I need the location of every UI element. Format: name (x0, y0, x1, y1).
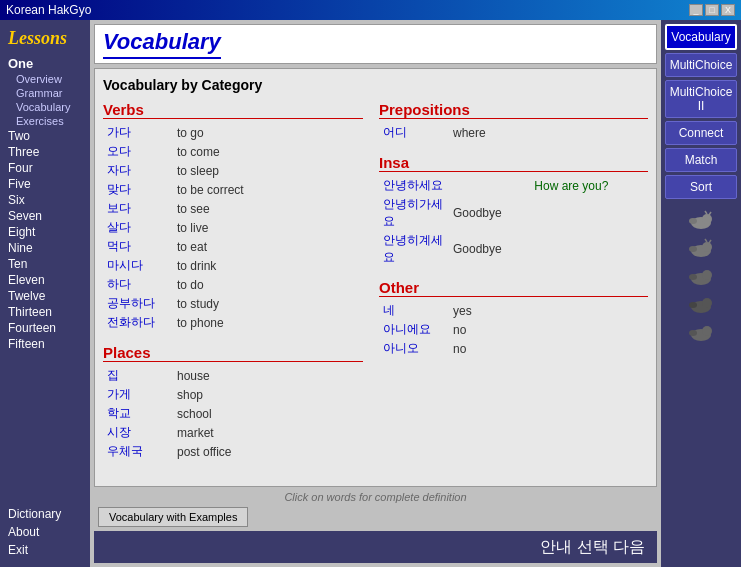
korean-word[interactable]: 안녕히계세요 (379, 231, 449, 267)
page-title-bar: Vocabulary (94, 24, 657, 64)
korean-word[interactable]: 학교 (103, 404, 173, 423)
sidebar-item-twelve[interactable]: Twelve (0, 288, 90, 304)
vocab-examples-button[interactable]: Vocabulary with Examples (98, 507, 248, 527)
sidebar-item-seven[interactable]: Seven (0, 208, 90, 224)
sidebar-sub-grammar[interactable]: Grammar (0, 86, 90, 100)
table-row[interactable]: 가게 shop (103, 385, 363, 404)
korean-word[interactable]: 가다 (103, 123, 173, 142)
english-word: no (449, 339, 648, 358)
table-row[interactable]: 먹다 to eat (103, 237, 363, 256)
table-row[interactable]: 마시다 to drink (103, 256, 363, 275)
korean-word[interactable]: 안녕히가세요 (379, 195, 449, 231)
sidebar-sub-overview[interactable]: Overview (0, 72, 90, 86)
animal-icon-5 (687, 322, 715, 344)
english-word: to study (173, 294, 363, 313)
sidebar-item-five[interactable]: Five (0, 176, 90, 192)
table-row[interactable]: 네 yes (379, 301, 648, 320)
sidebar-item-eleven[interactable]: Eleven (0, 272, 90, 288)
table-row[interactable]: 살다 to live (103, 218, 363, 237)
sidebar-item-two[interactable]: Two (0, 128, 90, 144)
table-row[interactable]: 가다 to go (103, 123, 363, 142)
sidebar-sub-exercises[interactable]: Exercises (0, 114, 90, 128)
insa-section: Insa 안녕하세요 How are you? 안녕히가세요 (379, 154, 648, 267)
maximize-button[interactable]: □ (705, 4, 719, 16)
table-row[interactable]: 우체국 post office (103, 442, 363, 461)
korean-word[interactable]: 아니에요 (379, 320, 449, 339)
table-row[interactable]: 집 house (103, 366, 363, 385)
table-row[interactable]: 시장 market (103, 423, 363, 442)
table-row[interactable]: 공부하다 to study (103, 294, 363, 313)
insa-table: 안녕하세요 How are you? 안녕히가세요 Goodbye (379, 176, 648, 267)
english-word: to sleep (173, 161, 363, 180)
korean-word[interactable]: 보다 (103, 199, 173, 218)
nav-match-button[interactable]: Match (665, 148, 737, 172)
table-row[interactable]: 어디 where (379, 123, 648, 142)
sidebar-item-eight[interactable]: Eight (0, 224, 90, 240)
animal-decorations (665, 210, 737, 344)
content-area: Vocabulary Vocabulary by Category Verbs (90, 20, 741, 567)
nav-multichoice2-button[interactable]: MultiChoice II (665, 80, 737, 118)
verbs-table: 가다 to go 오다 to come 자다 t (103, 123, 363, 332)
korean-word[interactable]: 집 (103, 366, 173, 385)
dictionary-link[interactable]: Dictionary (8, 505, 82, 523)
nav-sort-button[interactable]: Sort (665, 175, 737, 199)
english-word: to do (173, 275, 363, 294)
korean-word[interactable]: 먹다 (103, 237, 173, 256)
sidebar-item-fourteen[interactable]: Fourteen (0, 320, 90, 336)
app-title: Korean HakGyo (6, 3, 91, 17)
korean-word[interactable]: 어디 (379, 123, 449, 142)
nav-connect-button[interactable]: Connect (665, 121, 737, 145)
nav-vocabulary-button[interactable]: Vocabulary (665, 24, 737, 50)
korean-word[interactable]: 우체국 (103, 442, 173, 461)
korean-word[interactable]: 안녕하세요 (379, 176, 449, 195)
exit-link[interactable]: Exit (8, 541, 82, 559)
korean-word[interactable]: 시장 (103, 423, 173, 442)
close-button[interactable]: X (721, 4, 735, 16)
content-bottom: Click on words for complete definition V… (94, 487, 657, 531)
sidebar-item-ten[interactable]: Ten (0, 256, 90, 272)
korean-word[interactable]: 아니오 (379, 339, 449, 358)
sidebar-item-four[interactable]: Four (0, 160, 90, 176)
table-row[interactable]: 맞다 to be correct (103, 180, 363, 199)
english-word: house (173, 366, 363, 385)
english-word: market (173, 423, 363, 442)
sidebar-item-fifteen[interactable]: Fifteen (0, 336, 90, 352)
sidebar-item-one[interactable]: One (0, 55, 90, 72)
korean-word[interactable]: 공부하다 (103, 294, 173, 313)
about-link[interactable]: About (8, 523, 82, 541)
korean-word[interactable]: 마시다 (103, 256, 173, 275)
korean-word[interactable]: 하다 (103, 275, 173, 294)
korean-word[interactable]: 살다 (103, 218, 173, 237)
korean-word[interactable]: 맞다 (103, 180, 173, 199)
nav-multichoice-button[interactable]: MultiChoice (665, 53, 737, 77)
english-word: to eat (173, 237, 363, 256)
table-row[interactable]: 오다 to come (103, 142, 363, 161)
table-row[interactable]: 안녕히계세요 Goodbye (379, 231, 648, 267)
korean-word[interactable]: 자다 (103, 161, 173, 180)
main-layout: Lessons One Overview Grammar Vocabulary … (0, 20, 741, 567)
korean-word[interactable]: 가게 (103, 385, 173, 404)
sidebar-sub-vocabulary[interactable]: Vocabulary (0, 100, 90, 114)
english-word (449, 176, 530, 195)
table-row[interactable]: 학교 school (103, 404, 363, 423)
table-row[interactable]: 하다 to do (103, 275, 363, 294)
sidebar-item-six[interactable]: Six (0, 192, 90, 208)
table-row[interactable]: 자다 to sleep (103, 161, 363, 180)
korean-word[interactable]: 오다 (103, 142, 173, 161)
table-row[interactable]: 안녕하세요 How are you? (379, 176, 648, 195)
table-row[interactable]: 전화하다 to phone (103, 313, 363, 332)
table-row[interactable]: 보다 to see (103, 199, 363, 218)
title-bar-controls[interactable]: _ □ X (689, 4, 735, 16)
sidebar-item-nine[interactable]: Nine (0, 240, 90, 256)
korean-word[interactable]: 네 (379, 301, 449, 320)
english-word: yes (449, 301, 648, 320)
table-row[interactable]: 안녕히가세요 Goodbye (379, 195, 648, 231)
sidebar-item-thirteen[interactable]: Thirteen (0, 304, 90, 320)
table-row[interactable]: 아니에요 no (379, 320, 648, 339)
korean-word[interactable]: 전화하다 (103, 313, 173, 332)
minimize-button[interactable]: _ (689, 4, 703, 16)
svg-point-17 (702, 326, 712, 336)
table-row[interactable]: 아니오 no (379, 339, 648, 358)
english-word: to come (173, 142, 363, 161)
sidebar-item-three[interactable]: Three (0, 144, 90, 160)
